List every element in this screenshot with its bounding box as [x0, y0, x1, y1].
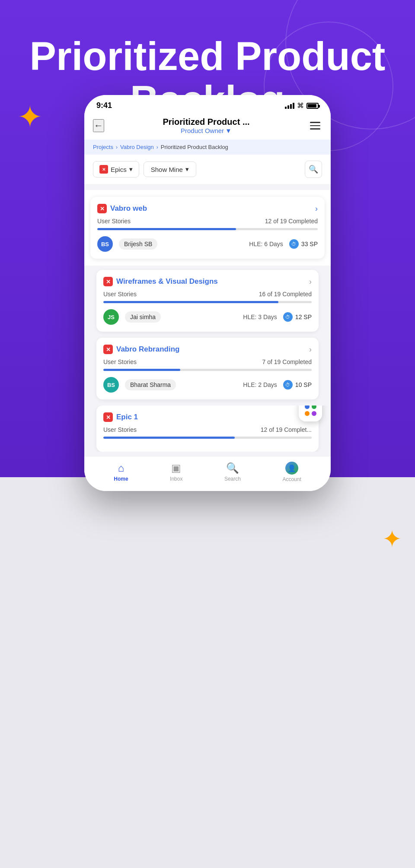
- show-mine-dropdown-icon: ▾: [185, 165, 189, 173]
- epic-card-2-header: ✕ Wireframes & Visual Designs ›: [103, 277, 312, 286]
- epic-2-stories-label: User Stories: [103, 291, 137, 298]
- epic-2-sp-icon: ⏱: [283, 312, 293, 322]
- menu-line-3: [310, 128, 320, 130]
- search-filter-button[interactable]: 🔍: [305, 161, 322, 178]
- fab-dot-blue: [305, 405, 310, 409]
- epic-2-progress-fill: [103, 301, 278, 303]
- epic-1-sp: ⏱ 33 SP: [289, 239, 318, 249]
- nav-inbox[interactable]: ▣ Inbox: [170, 462, 182, 482]
- epic-2-assignee[interactable]: Jai simha: [125, 311, 161, 323]
- epic-card-3[interactable]: ✕ Vabro Rebranding › User Stories 7 of 1…: [96, 338, 319, 399]
- epic-3-stories-label: User Stories: [103, 358, 137, 365]
- epic-1-title-row: ✕ Vabro web: [97, 204, 147, 213]
- filter-bar: ✕ Epics ▾ Show Mine ▾ 🔍: [84, 155, 331, 184]
- epic-1-name: Vabro web: [110, 204, 147, 213]
- epic-card-1[interactable]: ✕ Vabro web › User Stories 12 of 19 Comp…: [90, 197, 325, 259]
- menu-line-2: [310, 125, 320, 127]
- nav-home-label: Home: [114, 476, 128, 482]
- status-bar: 9:41 ⌘: [84, 95, 331, 114]
- epic-1-avatar: BS: [97, 236, 113, 252]
- fab-dot-purple: [312, 411, 316, 416]
- status-time: 9:41: [96, 101, 112, 110]
- epic-2-icon: ✕: [103, 277, 113, 286]
- epic-4-title-row: ✕ Epic 1: [103, 412, 138, 422]
- epic-3-sp-icon: ⏱: [283, 380, 293, 390]
- epic-1-stories-row: User Stories 12 of 19 Completed: [97, 218, 318, 225]
- vabro-fab-dots: [305, 405, 316, 416]
- nav-home[interactable]: ⌂ Home: [114, 462, 128, 482]
- epics-filter-button[interactable]: ✕ Epics ▾: [93, 161, 139, 177]
- menu-button[interactable]: [308, 120, 322, 131]
- nav-account[interactable]: 👤 Account: [282, 462, 301, 482]
- bottom-nav: ⌂ Home ▣ Inbox 🔍 Search 👤 Account: [84, 456, 331, 491]
- account-avatar: 👤: [285, 462, 298, 475]
- show-mine-button[interactable]: Show Mine ▾: [144, 162, 196, 177]
- epics-dropdown-icon: ▾: [129, 165, 133, 173]
- header-center: Prioritized Product ... Product Owner ▼: [163, 117, 249, 134]
- epic-3-name: Vabro Rebranding: [116, 345, 179, 354]
- epic-card-4[interactable]: ✕ Epic 1 › User Stories 12 of 19 Complet…: [96, 405, 319, 452]
- epic-1-icon: ✕: [97, 204, 107, 213]
- battery-icon: [306, 103, 319, 109]
- epic-3-completed: 7 of 19 Completed: [262, 358, 312, 365]
- epic-card-2[interactable]: ✕ Wireframes & Visual Designs › User Sto…: [96, 270, 319, 332]
- epic-3-chevron: ›: [309, 345, 312, 354]
- epic-3-assignee[interactable]: Bharat Sharma: [125, 379, 176, 390]
- epic-2-avatar: JS: [103, 309, 119, 325]
- star-decoration-right: ✦: [382, 525, 402, 553]
- status-icons: ⌘: [285, 101, 319, 110]
- epic-2-title-row: ✕ Wireframes & Visual Designs: [103, 277, 218, 286]
- epic-card-1-header: ✕ Vabro web ›: [97, 204, 318, 213]
- home-icon: ⌂: [118, 462, 124, 474]
- back-button[interactable]: ←: [93, 119, 104, 132]
- epic-3-sp: ⏱ 10 SP: [283, 380, 312, 390]
- nav-search-label: Search: [224, 476, 241, 482]
- epic-2-sp: ⏱ 12 SP: [283, 312, 312, 322]
- breadcrumb-projects[interactable]: Projects: [93, 144, 113, 150]
- breadcrumb-sep-1: ›: [116, 144, 118, 150]
- epic-4-progress-fill: [103, 437, 235, 439]
- epic-1-sp-icon: ⏱: [289, 239, 299, 249]
- star-decoration-left: ✦: [17, 99, 43, 135]
- epic-1-footer: BS Brijesh SB HLE: 6 Days ⏱ 33 SP: [97, 236, 318, 252]
- epic-3-progress-bar: [103, 369, 312, 371]
- epics-filter-icon: ✕: [99, 165, 108, 174]
- signal-icon: [285, 103, 294, 109]
- epic-3-title-row: ✕ Vabro Rebranding: [103, 345, 179, 354]
- epic-1-progress-fill: [97, 228, 236, 230]
- epic-3-avatar: BS: [103, 377, 119, 393]
- epic-3-stories-row: User Stories 7 of 19 Completed: [103, 358, 312, 365]
- epic-2-completed: 16 of 19 Completed: [259, 291, 312, 298]
- breadcrumb-vabro[interactable]: Vabro Design: [120, 144, 154, 150]
- header-subtitle[interactable]: Product Owner ▼: [163, 127, 249, 134]
- epic-4-progress-bar: [103, 437, 312, 439]
- epic-1-hle: HLE: 6 Days: [249, 241, 283, 247]
- epic-4-icon: ✕: [103, 412, 113, 422]
- vabro-fab-button[interactable]: [299, 405, 322, 421]
- search-icon: 🔍: [226, 462, 239, 474]
- nav-search[interactable]: 🔍 Search: [224, 462, 241, 482]
- epic-card-3-header: ✕ Vabro Rebranding ›: [103, 345, 312, 354]
- epic-2-stories-row: User Stories 16 of 19 Completed: [103, 291, 312, 298]
- epic-4-stories-row: User Stories 12 of 19 Complet...: [103, 426, 312, 433]
- epic-2-footer: JS Jai simha HLE: 3 Days ⏱ 12 SP: [103, 309, 312, 325]
- fab-dot-orange: [305, 411, 310, 416]
- epic-3-hle: HLE: 2 Days: [243, 381, 277, 388]
- epic-4-name: Epic 1: [116, 413, 138, 421]
- epic-1-chevron: ›: [315, 204, 318, 213]
- epic-2-name: Wireframes & Visual Designs: [116, 277, 218, 286]
- epic-3-progress-fill: [103, 369, 180, 371]
- epics-list: ✕ Vabro web › User Stories 12 of 19 Comp…: [84, 184, 331, 456]
- epic-1-assignee[interactable]: Brijesh SB: [119, 238, 157, 250]
- epic-card-4-header: ✕ Epic 1 ›: [103, 412, 312, 422]
- nav-account-label: Account: [282, 476, 301, 482]
- menu-line-1: [310, 122, 320, 123]
- epic-2-hle: HLE: 3 Days: [243, 314, 277, 320]
- search-filter-icon: 🔍: [309, 165, 318, 174]
- header-title: Prioritized Product ...: [163, 117, 249, 127]
- fab-dot-green: [312, 405, 316, 409]
- epic-1-completed: 12 of 19 Completed: [265, 218, 318, 225]
- inbox-icon: ▣: [171, 462, 181, 474]
- epic-1-progress-bar: [97, 228, 318, 230]
- wifi-icon: ⌘: [297, 101, 304, 110]
